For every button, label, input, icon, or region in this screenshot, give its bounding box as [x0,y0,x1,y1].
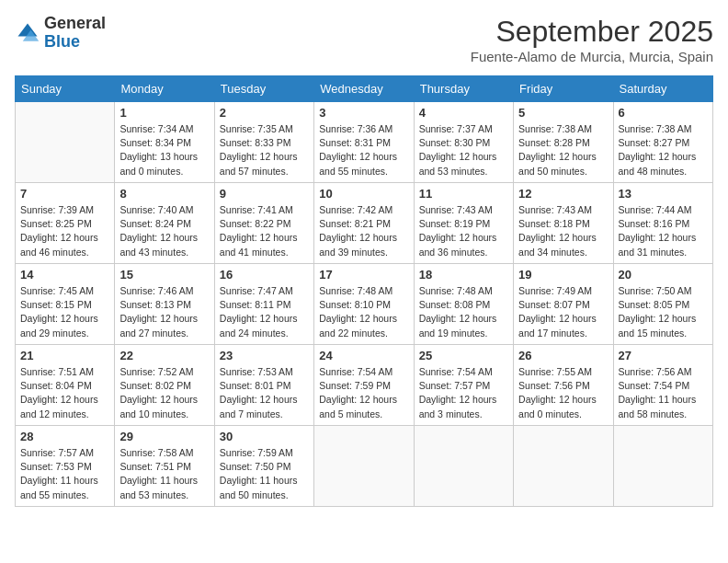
day-number: 17 [319,268,408,282]
calendar-cell: 16Sunrise: 7:47 AMSunset: 8:11 PMDayligh… [214,264,313,345]
day-info: Sunrise: 7:41 AMSunset: 8:22 PMDaylight:… [220,203,309,259]
day-info: Sunrise: 7:48 AMSunset: 8:08 PMDaylight:… [419,284,508,340]
day-info: Sunrise: 7:36 AMSunset: 8:31 PMDaylight:… [319,122,408,178]
day-number: 11 [419,187,508,201]
day-number: 13 [619,187,708,201]
column-header-sunday: Sunday [16,76,115,102]
calendar-table: SundayMondayTuesdayWednesdayThursdayFrid… [15,75,713,507]
day-info: Sunrise: 7:35 AMSunset: 8:33 PMDaylight:… [220,122,309,178]
day-number: 26 [518,349,608,362]
day-info: Sunrise: 7:38 AMSunset: 8:28 PMDaylight:… [518,122,608,178]
day-info: Sunrise: 7:57 AMSunset: 7:53 PMDaylight:… [20,446,109,502]
title-block: September 2025 Fuente-Alamo de Murcia, M… [471,15,713,64]
calendar-cell: 25Sunrise: 7:54 AMSunset: 7:57 PMDayligh… [414,345,513,426]
calendar-cell: 6Sunrise: 7:38 AMSunset: 8:27 PMDaylight… [613,102,712,183]
day-info: Sunrise: 7:39 AMSunset: 8:25 PMDaylight:… [20,203,109,259]
day-info: Sunrise: 7:54 AMSunset: 7:59 PMDaylight:… [319,365,408,421]
week-row-4: 21Sunrise: 7:51 AMSunset: 8:04 PMDayligh… [16,345,713,426]
day-number: 28 [20,430,109,443]
calendar-cell: 30Sunrise: 7:59 AMSunset: 7:50 PMDayligh… [214,426,313,507]
day-info: Sunrise: 7:45 AMSunset: 8:15 PMDaylight:… [20,284,109,340]
week-row-5: 28Sunrise: 7:57 AMSunset: 7:53 PMDayligh… [16,426,713,507]
day-info: Sunrise: 7:42 AMSunset: 8:21 PMDaylight:… [319,203,408,259]
day-info: Sunrise: 7:47 AMSunset: 8:11 PMDaylight:… [220,284,309,340]
day-number: 29 [119,430,209,443]
calendar-cell: 1Sunrise: 7:34 AMSunset: 8:34 PMDaylight… [115,102,214,183]
day-number: 25 [419,349,508,362]
column-header-saturday: Saturday [613,76,712,102]
day-number: 21 [20,349,109,362]
calendar-cell: 20Sunrise: 7:50 AMSunset: 8:05 PMDayligh… [613,264,712,345]
day-info: Sunrise: 7:46 AMSunset: 8:13 PMDaylight:… [119,284,209,340]
location: Fuente-Alamo de Murcia, Murcia, Spain [471,49,713,64]
day-info: Sunrise: 7:56 AMSunset: 7:54 PMDaylight:… [619,365,708,421]
day-info: Sunrise: 7:59 AMSunset: 7:50 PMDaylight:… [220,446,309,502]
calendar-cell: 15Sunrise: 7:46 AMSunset: 8:13 PMDayligh… [115,264,214,345]
calendar-cell: 26Sunrise: 7:55 AMSunset: 7:56 PMDayligh… [514,345,613,426]
day-number: 18 [419,268,508,282]
calendar-cell: 29Sunrise: 7:58 AMSunset: 7:51 PMDayligh… [115,426,214,507]
logo: General Blue [15,15,106,52]
column-header-wednesday: Wednesday [314,76,414,102]
calendar-cell: 17Sunrise: 7:48 AMSunset: 8:10 PMDayligh… [314,264,414,345]
calendar-cell: 2Sunrise: 7:35 AMSunset: 8:33 PMDaylight… [214,102,313,183]
day-number: 24 [319,349,408,362]
day-info: Sunrise: 7:38 AMSunset: 8:27 PMDaylight:… [619,122,708,178]
day-info: Sunrise: 7:51 AMSunset: 8:04 PMDaylight:… [20,365,109,421]
column-header-monday: Monday [115,76,214,102]
logo-text: General Blue [44,15,106,52]
week-row-1: 1Sunrise: 7:34 AMSunset: 8:34 PMDaylight… [16,102,713,183]
calendar-cell: 27Sunrise: 7:56 AMSunset: 7:54 PMDayligh… [613,345,712,426]
day-info: Sunrise: 7:48 AMSunset: 8:10 PMDaylight:… [319,284,408,340]
day-number: 15 [119,268,209,282]
calendar-cell: 10Sunrise: 7:42 AMSunset: 8:21 PMDayligh… [314,183,414,264]
day-number: 3 [319,106,408,120]
calendar-cell: 22Sunrise: 7:52 AMSunset: 8:02 PMDayligh… [115,345,214,426]
calendar-cell [16,102,115,183]
day-info: Sunrise: 7:49 AMSunset: 8:07 PMDaylight:… [518,284,608,340]
day-info: Sunrise: 7:52 AMSunset: 8:02 PMDaylight:… [119,365,209,421]
day-number: 7 [20,187,109,201]
day-number: 27 [619,349,708,362]
calendar-cell: 12Sunrise: 7:43 AMSunset: 8:18 PMDayligh… [514,183,613,264]
calendar-cell: 18Sunrise: 7:48 AMSunset: 8:08 PMDayligh… [414,264,513,345]
calendar-cell: 13Sunrise: 7:44 AMSunset: 8:16 PMDayligh… [613,183,712,264]
day-number: 30 [220,430,309,443]
day-number: 8 [119,187,209,201]
column-header-tuesday: Tuesday [214,76,313,102]
header: General Blue September 2025 Fuente-Alamo… [15,15,713,64]
day-number: 14 [20,268,109,282]
day-info: Sunrise: 7:44 AMSunset: 8:16 PMDaylight:… [619,203,708,259]
day-number: 2 [220,106,309,120]
calendar-cell: 23Sunrise: 7:53 AMSunset: 8:01 PMDayligh… [214,345,313,426]
calendar-cell [514,426,613,507]
day-info: Sunrise: 7:53 AMSunset: 8:01 PMDaylight:… [220,365,309,421]
day-number: 1 [119,106,209,120]
day-number: 4 [419,106,508,120]
day-info: Sunrise: 7:43 AMSunset: 8:18 PMDaylight:… [518,203,608,259]
day-number: 10 [319,187,408,201]
day-number: 23 [220,349,309,362]
week-row-3: 14Sunrise: 7:45 AMSunset: 8:15 PMDayligh… [16,264,713,345]
day-info: Sunrise: 7:34 AMSunset: 8:34 PMDaylight:… [119,122,209,178]
day-number: 12 [518,187,608,201]
calendar-cell: 14Sunrise: 7:45 AMSunset: 8:15 PMDayligh… [16,264,115,345]
calendar-header-row: SundayMondayTuesdayWednesdayThursdayFrid… [16,76,713,102]
day-number: 19 [518,268,608,282]
day-number: 16 [220,268,309,282]
calendar-cell: 5Sunrise: 7:38 AMSunset: 8:28 PMDaylight… [514,102,613,183]
day-info: Sunrise: 7:37 AMSunset: 8:30 PMDaylight:… [419,122,508,178]
day-number: 20 [619,268,708,282]
logo-icon [15,20,40,46]
calendar-cell: 28Sunrise: 7:57 AMSunset: 7:53 PMDayligh… [16,426,115,507]
calendar-cell: 9Sunrise: 7:41 AMSunset: 8:22 PMDaylight… [214,183,313,264]
calendar-cell [613,426,712,507]
calendar-cell: 3Sunrise: 7:36 AMSunset: 8:31 PMDaylight… [314,102,414,183]
month-title: September 2025 [471,15,713,49]
calendar-cell: 21Sunrise: 7:51 AMSunset: 8:04 PMDayligh… [16,345,115,426]
calendar-cell: 7Sunrise: 7:39 AMSunset: 8:25 PMDaylight… [16,183,115,264]
calendar-cell [414,426,513,507]
calendar-cell: 4Sunrise: 7:37 AMSunset: 8:30 PMDaylight… [414,102,513,183]
day-info: Sunrise: 7:50 AMSunset: 8:05 PMDaylight:… [619,284,708,340]
day-info: Sunrise: 7:55 AMSunset: 7:56 PMDaylight:… [518,365,608,421]
